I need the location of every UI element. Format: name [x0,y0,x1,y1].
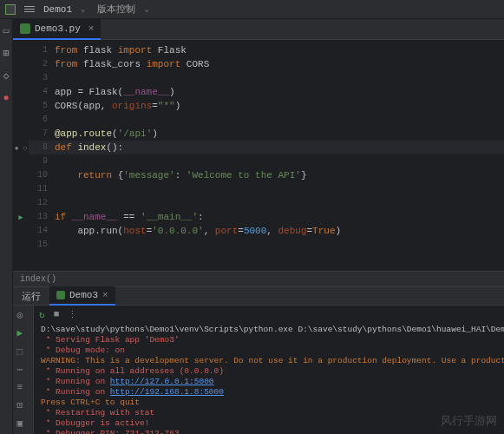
run-config-tab[interactable]: Demo3 × [49,286,115,306]
console-line: * Debugger PIN: 721-312-763 [41,429,504,434]
console-line: * Serving Flask app 'Demo3' [41,335,504,345]
play-icon[interactable]: ▶ [17,327,29,339]
run-gutter-icon[interactable]: ▶ [13,210,29,224]
settings-icon[interactable]: ⊡ [17,399,29,411]
notification-icon[interactable]: ● [0,92,12,104]
editor-tab[interactable]: Demo3.py × [13,19,101,40]
structure-icon[interactable]: ⊞ [0,47,12,59]
code-editor[interactable]: ● ○ ▶ 1 2 3 4 5 6 7 8 9 10 11 12 13 14 1 [13,40,504,271]
console-line: WARNING: This is a development server. D… [41,356,504,366]
more-vertical-icon[interactable]: ⋮ [68,309,77,320]
close-icon[interactable]: × [102,290,108,300]
breadcrumb[interactable]: index() [13,271,504,286]
editor-tabbar: Demo3.py × [13,19,504,40]
console-output[interactable]: D:\save\study\pythons\Demo1\venv\Scripts… [34,323,504,434]
console-line: * Restarting with stat [41,408,504,418]
python-file-icon [20,23,30,34]
run-tab-label: Demo3 [69,290,98,300]
rerun-icon[interactable]: ↻ [39,309,45,320]
close-icon[interactable]: × [88,23,95,34]
console-line: * Debugger is active! [41,418,504,429]
version-control-menu[interactable]: 版本控制 [97,3,135,16]
console-line: * Running on all addresses (0.0.0.0) [41,366,504,377]
stop-icon[interactable]: ■ [54,309,60,319]
console-line: * Debug mode: on [41,345,504,356]
tool-sidebar: ▭ ⊞ ◇ ● [0,19,13,434]
terminal-icon[interactable]: ▣ [17,418,29,429]
breakpoint-icon[interactable]: ● ○ [13,141,29,155]
console-line: * Running on http://127.0.0.1:5000 [41,377,504,387]
app-logo-icon [5,4,16,15]
bookmarks-icon[interactable]: ◇ [0,69,12,82]
run-panel-label[interactable]: 运行 [13,290,49,303]
project-name[interactable]: Demo1 [43,4,72,15]
url-link[interactable]: http://192.168.1.8:5000 [110,387,224,397]
editor-tab-label: Demo3.py [35,23,81,34]
console-sidebar: ◎ ▶ ⬚ ⋯ ≡ ⊡ ▣ ⓘ □ [13,306,34,434]
python-file-icon [56,291,65,299]
titlebar: Demo1 ⌄ 版本控制 ⌄ [0,0,504,19]
target-icon[interactable]: ◎ [17,309,29,320]
code-content[interactable]: from flask import Flask from flask_cors … [55,40,504,271]
gutter-markers: ● ○ ▶ [13,40,29,271]
chevron-down-icon[interactable]: ⌄ [144,4,148,14]
console-line: * Running on http://192.168.1.8:5000 [41,387,504,398]
main-menu-icon[interactable] [24,6,35,12]
folder-icon[interactable]: ▭ [0,24,12,36]
console-toolbar: ↻ ■ ⋮ [34,306,504,323]
debug-icon[interactable]: ⬚ [17,345,29,357]
chevron-down-icon[interactable]: ⌄ [81,4,85,14]
url-link[interactable]: http://127.0.0.1:5000 [110,377,214,386]
more-icon[interactable]: ⋯ [17,364,29,375]
console-line: Press CTRL+C to quit [41,398,504,408]
console-line: D:\save\study\pythons\Demo1\venv\Scripts… [41,325,504,335]
layers-icon[interactable]: ≡ [17,382,29,392]
run-panel-tabbar: 运行 Demo3 × [13,286,504,306]
line-numbers: 1 2 3 4 5 6 7 8 9 10 11 12 13 14 15 [29,40,55,271]
